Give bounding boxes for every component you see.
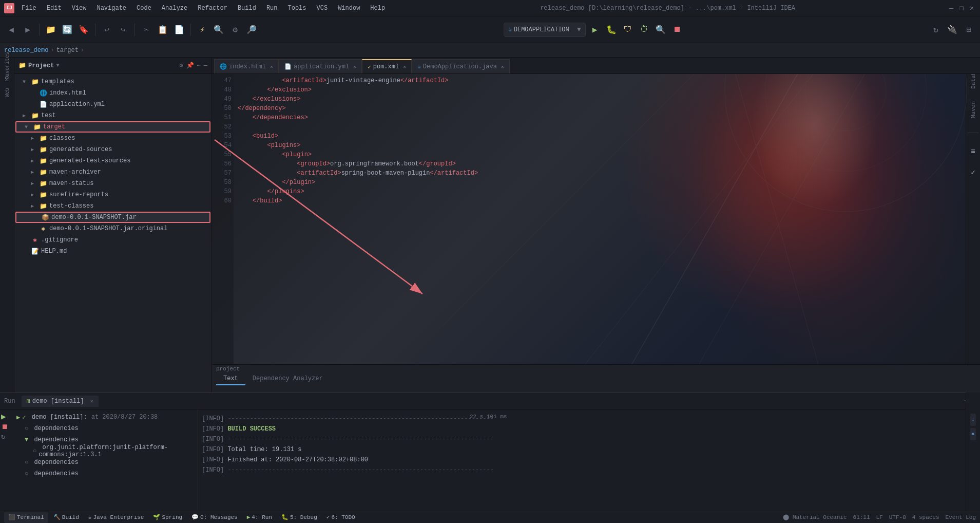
status-cursor[interactable]: 61:11 (853, 514, 870, 520)
toolbar-debug-settings[interactable]: ⚡ (195, 23, 209, 37)
menu-edit[interactable]: Edit (44, 4, 65, 13)
toolbar-terminal-btn[interactable]: ⬛ Terminal (4, 512, 48, 523)
toolbar-cut-button[interactable]: ✂ (139, 23, 153, 37)
toolbar-run-btn[interactable]: ▶ 4: Run (243, 512, 276, 523)
toolbar-coverage[interactable]: 🔍 (212, 23, 226, 37)
tree-item-gen-test-src[interactable]: ▶ 📁 generated-test-sources (14, 155, 212, 166)
run-scroll-end-btn[interactable]: ↓ (970, 414, 976, 426)
menu-navigate[interactable]: Navigate (93, 4, 129, 13)
code-content[interactable]: <artifactId>junit-vintage-engine</artifa… (234, 74, 980, 364)
plugins-button[interactable]: 🔌 (945, 23, 959, 37)
run-stop-btn[interactable]: ⏹ (1, 423, 8, 431)
toolbar-undo-button[interactable]: ↩ (100, 23, 114, 37)
toolbar-bookmark-button[interactable]: 🔖 (76, 23, 91, 37)
toolbar-paste-button[interactable]: 📄 (172, 23, 186, 37)
run-rerun-btn[interactable]: ↻ (1, 432, 8, 441)
menu-build[interactable]: Build (235, 4, 259, 13)
left-icon-1[interactable]: Favorites (1, 60, 13, 72)
menu-view[interactable]: View (69, 4, 90, 13)
project-close-icon[interactable]: — (204, 62, 207, 69)
tab-close-index-html[interactable]: ✕ (270, 64, 273, 70)
minimize-button[interactable]: — (947, 4, 955, 12)
toolbar-back-button[interactable]: ◀ (4, 23, 18, 37)
left-icon-web[interactable]: Web (1, 86, 13, 99)
toolbar-todo-btn[interactable]: ✓ 6: TODO (322, 512, 359, 523)
tree-item-jar-original[interactable]: ✱ demo-0.0.1-SNAPSHOT.jar.original (14, 223, 212, 234)
tab-index-html[interactable]: 🌐 index.html ✕ (214, 59, 279, 73)
run-tree-deps-3[interactable]: ○ dependencies (14, 457, 197, 468)
tree-item-test-classes[interactable]: ▶ 📁 test-classes (14, 200, 212, 212)
breadcrumb-item-2[interactable]: target (56, 47, 79, 54)
status-encoding[interactable]: UTF-8 (889, 514, 906, 520)
tree-item-gen-src[interactable]: ▶ 📁 generated-sources (14, 144, 212, 155)
tree-item-classes[interactable]: ▶ 📁 classes (14, 133, 212, 144)
toolbar-folder-button[interactable]: 📁 (44, 23, 58, 37)
tree-item-help-md[interactable]: 📝 HELP.md (14, 246, 212, 257)
run-config-selector[interactable]: ☕ DEMOAPPLICATION ▼ (504, 23, 586, 37)
menu-file[interactable]: File (18, 4, 40, 13)
breadcrumb-item-1[interactable]: release_demo (4, 47, 48, 54)
menu-tools[interactable]: Tools (285, 4, 310, 13)
run-tab-close[interactable]: ✕ (90, 398, 93, 404)
menu-window[interactable]: Window (335, 4, 363, 13)
menu-analyze[interactable]: Analyze (159, 4, 190, 13)
toolbar-settings[interactable]: ⚙ (228, 23, 242, 37)
toolbar-forward-button[interactable]: ▶ (21, 23, 35, 37)
tree-item-jar[interactable]: 📦 demo-0.0.1-SNAPSHOT.jar (15, 212, 210, 223)
run-log[interactable]: ↓ ✕ 22 s 101 ms [INFO] -----------------… (198, 409, 980, 511)
toolbar-copy-button[interactable]: 📋 (156, 23, 170, 37)
toolbar-spring-btn[interactable]: 🌱 Spring (149, 512, 186, 523)
toolbar-sync-button[interactable]: 🔄 (60, 23, 74, 37)
menu-run[interactable]: Run (263, 4, 281, 13)
menu-vcs[interactable]: VCS (314, 4, 331, 13)
tree-item-gitignore[interactable]: ✱ .gitignore (14, 234, 212, 246)
layout-button[interactable]: ⊞ (962, 23, 976, 37)
toolbar-messages-btn[interactable]: 💬 0: Messages (187, 512, 242, 523)
tab-close-pom-xml[interactable]: ✕ (403, 64, 406, 70)
run-tree-deps-4[interactable]: ○ dependencies (14, 468, 197, 479)
project-more-icon[interactable]: ⋯ (197, 62, 201, 69)
status-event-log[interactable]: Event Log (946, 514, 976, 520)
tree-item-target[interactable]: ▼ 📁 target (15, 121, 210, 133)
bottom-tab-dep-analyzer[interactable]: Dependency Analyzer (245, 373, 330, 385)
run-tree-deps-1[interactable]: ○ dependencies (14, 423, 197, 434)
run-tree-root[interactable]: ▶ ✓ demo [install]: at 2020/8/27 20:38 (14, 412, 197, 423)
toolbar-build-btn[interactable]: 🔨 Build (49, 512, 83, 523)
tab-application-yml[interactable]: 📄 application.yml ✕ (279, 59, 362, 73)
tab-pom-xml[interactable]: ✓ pom.xml ✕ (362, 59, 412, 73)
tab-close-app-yml[interactable]: ✕ (353, 64, 356, 70)
restore-button[interactable]: ❐ (957, 4, 966, 12)
run-play-btn[interactable]: ▶ (1, 412, 8, 422)
tree-item-application-yml[interactable]: 📄 application.yml (14, 99, 212, 110)
status-indent[interactable]: 4 spaces (912, 514, 939, 520)
toolbar-debug-btn[interactable]: 🐛 5: Debug (277, 512, 321, 523)
tree-item-index-html[interactable]: 🌐 index.html (14, 87, 212, 99)
tab-demo-java[interactable]: ☕ DemoApplication.java ✕ (412, 59, 510, 73)
code-area[interactable]: 47 48 49 50 51 52 53 54 55 56 57 58 59 6… (212, 74, 980, 364)
project-settings-icon[interactable]: ⚙ (179, 62, 183, 69)
menu-help[interactable]: Help (367, 4, 388, 13)
profile-button[interactable]: ⏱ (637, 23, 651, 37)
tab-close-demo-java[interactable]: ✕ (501, 64, 504, 70)
tree-item-surefire[interactable]: ▶ 📁 surefire-reports (14, 189, 212, 200)
toolbar-java-enterprise-btn[interactable]: ☕ Java Enterprise (84, 512, 148, 523)
close-button[interactable]: ✕ (968, 4, 976, 12)
update-button[interactable]: ↻ (929, 23, 943, 37)
tree-item-maven-status[interactable]: ▶ 📁 maven-status (14, 178, 212, 189)
run-tree-junit[interactable]: ○ org.junit.platform:junit-platform-comm… (14, 445, 197, 457)
toolbar-redo-button[interactable]: ↪ (116, 23, 130, 37)
tree-item-templates[interactable]: ▼ 📁 templates (14, 76, 212, 87)
project-pin-icon[interactable]: 📌 (186, 62, 194, 69)
coverage-button[interactable]: 🛡 (621, 23, 635, 37)
tree-item-test[interactable]: ▶ 📁 test (14, 110, 212, 121)
toolbar-search-button[interactable]: 🔎 (244, 23, 259, 37)
run-button[interactable]: ▶ (588, 23, 602, 37)
bottom-tab-text[interactable]: Text (216, 373, 245, 385)
status-line-ending[interactable]: LF (876, 514, 883, 520)
stop-button[interactable]: ⏹ (670, 23, 684, 37)
debug-button[interactable]: 🐛 (604, 23, 619, 37)
run-tab[interactable]: m demo [install] ✕ (22, 396, 99, 407)
search-everywhere[interactable]: 🔍 (654, 23, 668, 37)
menu-code[interactable]: Code (133, 4, 155, 13)
status-theme[interactable]: ⬤ Material Oceanic (783, 514, 847, 520)
